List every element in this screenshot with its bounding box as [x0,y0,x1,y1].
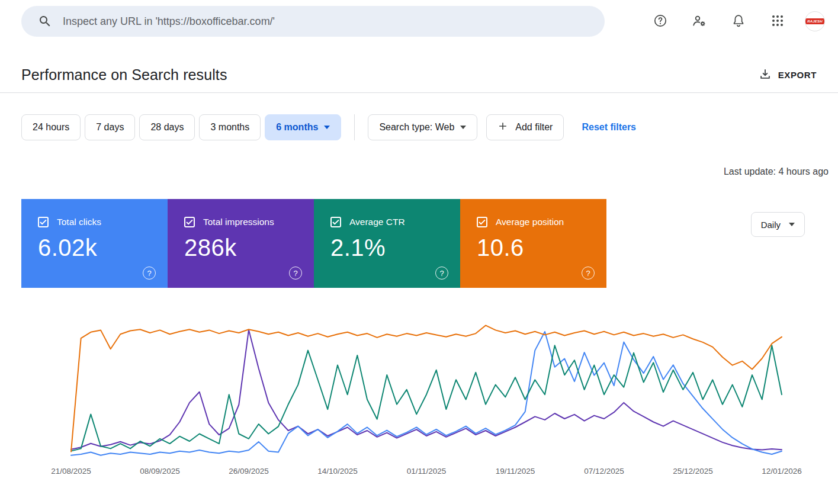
metric-label: Average position [496,217,564,227]
performance-chart[interactable]: 21/08/202508/09/202526/09/202514/10/2025… [21,288,817,490]
chevron-down-icon [789,223,795,226]
range-label: 3 months [210,122,249,133]
help-icon[interactable]: ? [143,267,156,280]
metric-label: Average CTR [349,217,405,227]
page-header: Performance on Search results EXPORT [0,43,838,92]
range-7-days[interactable]: 7 days [85,114,135,140]
metric-value: 2.1% [330,235,460,261]
reset-filters-link[interactable]: Reset filters [582,122,636,133]
checkbox-checked-icon[interactable] [38,217,49,227]
plus-icon [497,121,508,134]
metric-card-average-position[interactable]: Average position 10.6 ? [460,199,606,288]
svg-text:19/11/2025: 19/11/2025 [496,467,535,476]
chevron-down-icon [460,126,466,129]
metric-value: 10.6 [477,235,606,261]
checkbox-checked-icon[interactable] [477,217,487,227]
date-range-chips: 24 hours 7 days 28 days 3 months 6 month… [21,114,341,140]
topbar: RAJESH [0,0,838,43]
search-input[interactable] [62,15,594,28]
range-6-months-selected[interactable]: 6 months [265,114,341,140]
card-header: Average position [477,217,606,227]
notifications-button[interactable] [727,9,750,33]
svg-text:01/11/2025: 01/11/2025 [407,467,447,476]
metric-value: 286k [184,235,314,261]
metric-cards-row: Total clicks 6.02k ? Total impressions 2… [0,199,838,288]
apps-grid-icon [770,14,785,30]
metric-card-total-clicks[interactable]: Total clicks 6.02k ? [21,199,168,288]
url-inspection-searchbox[interactable] [21,6,605,37]
card-header: Total impressions [184,217,314,227]
metric-label: Total clicks [57,217,101,227]
help-icon [653,14,667,30]
metric-value: 6.02k [38,235,168,261]
svg-text:25/12/2025: 25/12/2025 [673,467,713,476]
svg-text:12/01/2026: 12/01/2026 [762,467,802,476]
header-divider [0,92,838,93]
add-filter-button[interactable]: Add filter [486,114,564,140]
card-header: Average CTR [330,217,460,227]
export-label: EXPORT [778,70,817,80]
export-button[interactable]: EXPORT [753,63,823,87]
google-apps-button[interactable] [766,9,789,33]
profile-logo: RAJESH [805,18,824,24]
svg-text:07/12/2025: 07/12/2025 [584,467,624,476]
help-icon[interactable]: ? [582,267,595,280]
range-28-days[interactable]: 28 days [139,114,195,140]
help-button[interactable] [648,9,672,33]
metric-card-total-impressions[interactable]: Total impressions 286k ? [168,199,314,288]
range-label: 24 hours [33,122,69,133]
notifications-bell-icon [731,14,746,30]
download-icon [759,68,772,82]
svg-text:14/10/2025: 14/10/2025 [317,467,358,476]
range-label: 28 days [150,122,184,133]
account-avatar[interactable]: RAJESH [805,11,825,31]
metric-label: Total impressions [203,217,274,227]
checkbox-checked-icon[interactable] [330,217,341,227]
granularity-dropdown[interactable]: Daily [751,212,805,237]
account-settings-icon [692,14,707,30]
search-type-dropdown[interactable]: Search type: Web [368,114,477,140]
granularity-wrap: Daily [751,212,805,288]
svg-text:26/09/2025: 26/09/2025 [229,467,269,476]
svg-text:08/09/2025: 08/09/2025 [140,467,180,476]
svg-text:21/08/2025: 21/08/2025 [51,467,91,476]
help-icon[interactable]: ? [435,267,448,280]
account-settings-button[interactable] [688,9,711,33]
performance-chart-svg[interactable]: 21/08/202508/09/202526/09/202514/10/2025… [21,319,817,490]
add-filter-label: Add filter [515,122,553,133]
search-icon [38,14,52,28]
metric-card-average-ctr[interactable]: Average CTR 2.1% ? [314,199,460,288]
granularity-label: Daily [761,220,781,230]
chevron-down-icon [324,126,330,129]
range-label: 7 days [96,122,124,133]
page-title: Performance on Search results [21,66,227,84]
range-label: 6 months [276,122,318,133]
last-update: Last update: 4 hours ago [0,166,838,178]
card-header: Total clicks [38,217,168,227]
filters-separator [354,114,355,140]
help-icon[interactable]: ? [289,267,302,280]
range-24-hours[interactable]: 24 hours [21,114,81,140]
filters-row: 24 hours 7 days 28 days 3 months 6 month… [0,114,838,140]
range-3-months[interactable]: 3 months [199,114,261,140]
checkbox-checked-icon[interactable] [184,217,195,227]
topbar-icons: RAJESH [648,9,825,33]
search-type-label: Search type: Web [379,122,454,133]
